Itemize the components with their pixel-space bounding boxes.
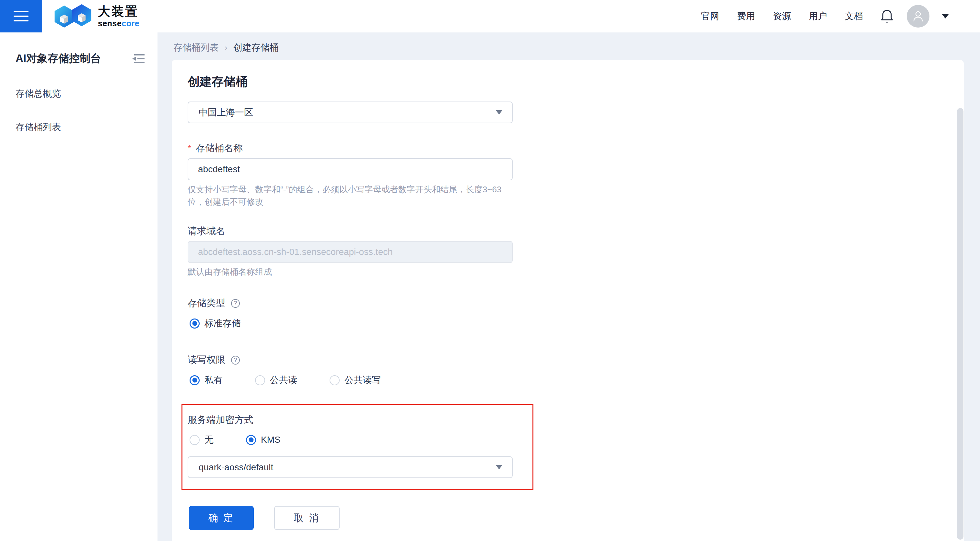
hamburger-menu-button[interactable]: [0, 0, 42, 32]
radio-unselected-icon: [189, 435, 200, 445]
storage-type-help-icon[interactable]: ?: [231, 299, 240, 308]
console-title: AI对象存储控制台: [16, 51, 101, 66]
radio-selected-icon: [246, 435, 256, 445]
request-domain-help-text: 默认由存储桶名称组成: [188, 266, 517, 278]
page-title: 创建存储桶: [188, 73, 248, 90]
acl-radio-group: 私有 公共读 公共读写: [189, 374, 381, 386]
form-actions: 确 定 取 消: [189, 506, 340, 530]
radio-public-read-write[interactable]: 公共读写: [329, 374, 381, 386]
sidebar-item-bucket-list[interactable]: 存储桶列表: [16, 121, 61, 133]
create-bucket-card: 创建存储桶 中国上海一区 * 存储桶名称 仅支持小写字母、数字和“-”的组合，必…: [172, 60, 964, 541]
radio-private[interactable]: 私有: [189, 374, 223, 386]
brand-name-cn: 大装置: [98, 5, 139, 18]
acl-label: 读写权限 ?: [188, 354, 240, 367]
radio-encryption-none[interactable]: 无: [189, 434, 213, 446]
top-navbar: 大装置 sensecore 官网 费用 资源 用户 文档: [0, 0, 980, 32]
chevron-down-icon: [496, 465, 502, 469]
brand-logo-text: 大装置 sensecore: [98, 5, 139, 27]
scrollbar-thumb[interactable]: [957, 108, 964, 540]
kms-key-select-value: quark-aoss/default: [199, 462, 273, 472]
nav-item-billing[interactable]: 费用: [728, 10, 764, 22]
encryption-label: 服务端加密方式: [188, 413, 253, 426]
brand-logo[interactable]: 大装置 sensecore: [53, 1, 139, 32]
storage-type-label: 存储类型 ?: [188, 297, 240, 310]
radio-selected-icon: [189, 375, 200, 385]
breadcrumb-current-page: 创建存储桶: [233, 41, 279, 54]
hamburger-icon: [14, 11, 29, 12]
breadcrumb: 存储桶列表 › 创建存储桶: [173, 41, 279, 54]
account-dropdown-caret-icon[interactable]: [942, 14, 949, 19]
bucket-name-help-text: 仅支持小写字母、数字和“-”的组合，必须以小写字母或者数字开头和结尾，长度3~6…: [188, 183, 517, 208]
radio-encryption-kms[interactable]: KMS: [246, 435, 281, 445]
breadcrumb-bucket-list-link[interactable]: 存储桶列表: [173, 41, 219, 54]
sensecore-logo-mark: [53, 1, 93, 32]
cancel-button[interactable]: 取 消: [274, 506, 340, 530]
breadcrumb-separator-icon: ›: [224, 43, 228, 53]
bucket-name-input[interactable]: [188, 158, 513, 180]
region-select-value: 中国上海一区: [199, 106, 253, 119]
person-icon: [912, 10, 924, 22]
nav-item-docs[interactable]: 文档: [836, 10, 872, 22]
region-select[interactable]: 中国上海一区: [188, 102, 513, 123]
storage-type-radio-group: 标准存储: [189, 317, 241, 330]
nav-item-resources[interactable]: 资源: [764, 10, 800, 22]
sidebar: AI对象存储控制台 存储总概览 存储桶列表: [0, 32, 158, 541]
required-asterisk: *: [188, 143, 191, 154]
collapse-sidebar-icon: [132, 53, 145, 65]
radio-unselected-icon: [329, 375, 340, 385]
nav-item-users[interactable]: 用户: [800, 10, 836, 22]
nav-item-official-site[interactable]: 官网: [692, 10, 728, 22]
encryption-radio-group: 无 KMS: [189, 434, 281, 446]
notification-bell-button[interactable]: [880, 9, 894, 24]
sidebar-header: AI对象存储控制台: [16, 51, 145, 66]
acl-help-icon[interactable]: ?: [231, 356, 240, 365]
radio-selected-icon: [189, 319, 200, 329]
radio-standard-storage[interactable]: 标准存储: [189, 317, 241, 330]
bell-icon: [880, 9, 894, 24]
radio-public-read[interactable]: 公共读: [255, 374, 297, 386]
request-domain-input: [188, 241, 513, 263]
chevron-down-icon: [496, 110, 502, 115]
radio-unselected-icon: [255, 375, 265, 385]
brand-name-en: sensecore: [98, 19, 139, 27]
topnav-links: 官网 费用 资源 用户 文档: [692, 5, 949, 27]
kms-key-select[interactable]: quark-aoss/default: [188, 456, 513, 478]
sidebar-collapse-button[interactable]: [132, 53, 145, 65]
request-domain-label: 请求域名: [188, 225, 225, 238]
bucket-name-label: * 存储桶名称: [188, 142, 243, 155]
confirm-button[interactable]: 确 定: [189, 506, 254, 530]
sidebar-item-storage-overview[interactable]: 存储总概览: [16, 88, 61, 100]
user-avatar[interactable]: [907, 5, 929, 27]
